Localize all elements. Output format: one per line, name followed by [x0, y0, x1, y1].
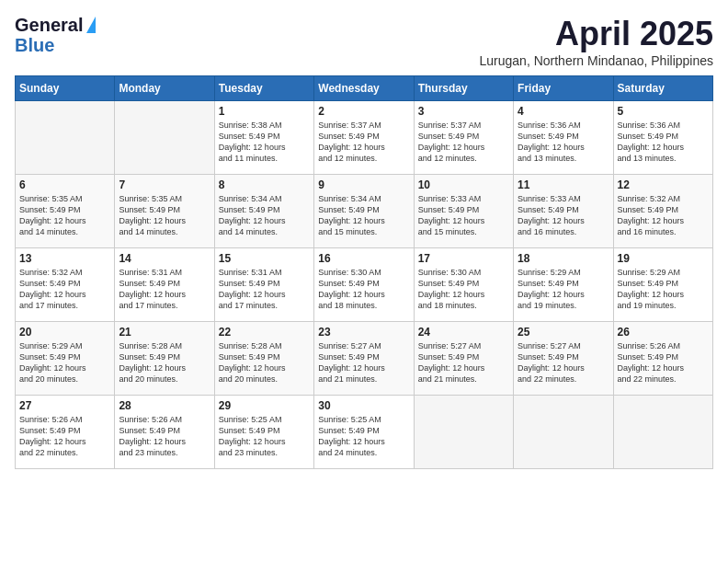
day-number: 25 — [518, 326, 609, 339]
logo-general-text: General — [15, 15, 83, 35]
day-number: 23 — [318, 326, 409, 339]
day-number: 3 — [418, 105, 509, 118]
calendar-cell: 23Sunrise: 5:27 AM Sunset: 5:49 PM Dayli… — [314, 322, 414, 396]
weekday-header: Friday — [514, 76, 613, 101]
calendar-cell: 30Sunrise: 5:25 AM Sunset: 5:49 PM Dayli… — [314, 396, 414, 469]
calendar-cell — [514, 396, 613, 469]
day-number: 7 — [119, 178, 210, 191]
calendar-cell: 9Sunrise: 5:34 AM Sunset: 5:49 PM Daylig… — [314, 175, 414, 248]
logo-triangle-icon — [86, 17, 96, 33]
day-number: 20 — [19, 326, 110, 339]
calendar-cell: 18Sunrise: 5:29 AM Sunset: 5:49 PM Dayli… — [514, 248, 613, 322]
calendar-cell: 2Sunrise: 5:37 AM Sunset: 5:49 PM Daylig… — [314, 101, 414, 175]
day-info: Sunrise: 5:34 AM Sunset: 5:49 PM Dayligh… — [318, 193, 409, 238]
month-title: April 2025 — [480, 15, 714, 53]
calendar-cell: 15Sunrise: 5:31 AM Sunset: 5:49 PM Dayli… — [214, 248, 313, 322]
calendar-cell: 8Sunrise: 5:34 AM Sunset: 5:49 PM Daylig… — [214, 175, 313, 248]
logo-blue-text: Blue — [15, 35, 54, 55]
day-info: Sunrise: 5:29 AM Sunset: 5:49 PM Dayligh… — [518, 267, 609, 312]
day-number: 8 — [219, 178, 310, 191]
calendar-week-row: 1Sunrise: 5:38 AM Sunset: 5:49 PM Daylig… — [16, 101, 713, 175]
day-number: 6 — [19, 178, 110, 191]
day-number: 9 — [318, 178, 409, 191]
day-number: 26 — [618, 326, 709, 339]
day-info: Sunrise: 5:37 AM Sunset: 5:49 PM Dayligh… — [318, 120, 409, 165]
day-info: Sunrise: 5:31 AM Sunset: 5:49 PM Dayligh… — [119, 267, 210, 312]
weekday-header: Sunday — [16, 76, 115, 101]
day-info: Sunrise: 5:29 AM Sunset: 5:49 PM Dayligh… — [19, 340, 110, 385]
logo: General Blue — [15, 15, 96, 55]
day-info: Sunrise: 5:38 AM Sunset: 5:49 PM Dayligh… — [219, 120, 310, 165]
day-info: Sunrise: 5:30 AM Sunset: 5:49 PM Dayligh… — [318, 267, 409, 312]
calendar-cell — [414, 396, 513, 469]
calendar-cell: 24Sunrise: 5:27 AM Sunset: 5:49 PM Dayli… — [414, 322, 513, 396]
calendar-cell — [16, 101, 115, 175]
day-info: Sunrise: 5:36 AM Sunset: 5:49 PM Dayligh… — [618, 120, 709, 165]
day-number: 10 — [418, 178, 509, 191]
calendar-cell: 11Sunrise: 5:33 AM Sunset: 5:49 PM Dayli… — [514, 175, 613, 248]
day-info: Sunrise: 5:26 AM Sunset: 5:49 PM Dayligh… — [19, 414, 110, 459]
day-info: Sunrise: 5:37 AM Sunset: 5:49 PM Dayligh… — [418, 120, 509, 165]
day-number: 19 — [618, 252, 709, 265]
calendar-cell: 25Sunrise: 5:27 AM Sunset: 5:49 PM Dayli… — [514, 322, 613, 396]
calendar-cell — [613, 396, 712, 469]
title-area: April 2025 Lurugan, Northern Mindanao, P… — [480, 15, 714, 68]
day-number: 5 — [618, 105, 709, 118]
day-number: 30 — [318, 399, 409, 412]
calendar-week-row: 13Sunrise: 5:32 AM Sunset: 5:49 PM Dayli… — [16, 248, 713, 322]
day-info: Sunrise: 5:33 AM Sunset: 5:49 PM Dayligh… — [518, 193, 609, 238]
day-number: 13 — [19, 252, 110, 265]
day-number: 29 — [219, 399, 310, 412]
day-number: 27 — [19, 399, 110, 412]
calendar-cell: 21Sunrise: 5:28 AM Sunset: 5:49 PM Dayli… — [115, 322, 214, 396]
day-info: Sunrise: 5:32 AM Sunset: 5:49 PM Dayligh… — [19, 267, 110, 312]
day-info: Sunrise: 5:28 AM Sunset: 5:49 PM Dayligh… — [119, 340, 210, 385]
calendar-week-row: 20Sunrise: 5:29 AM Sunset: 5:49 PM Dayli… — [16, 322, 713, 396]
day-number: 12 — [618, 178, 709, 191]
calendar-cell: 28Sunrise: 5:26 AM Sunset: 5:49 PM Dayli… — [115, 396, 214, 469]
day-number: 28 — [119, 399, 210, 412]
calendar-cell: 26Sunrise: 5:26 AM Sunset: 5:49 PM Dayli… — [613, 322, 712, 396]
calendar-cell — [115, 101, 214, 175]
day-number: 18 — [518, 252, 609, 265]
day-number: 14 — [119, 252, 210, 265]
calendar-week-row: 27Sunrise: 5:26 AM Sunset: 5:49 PM Dayli… — [16, 396, 713, 469]
day-info: Sunrise: 5:33 AM Sunset: 5:49 PM Dayligh… — [418, 193, 509, 238]
calendar-cell: 17Sunrise: 5:30 AM Sunset: 5:49 PM Dayli… — [414, 248, 513, 322]
calendar-week-row: 6Sunrise: 5:35 AM Sunset: 5:49 PM Daylig… — [16, 175, 713, 248]
day-info: Sunrise: 5:25 AM Sunset: 5:49 PM Dayligh… — [219, 414, 310, 459]
day-number: 15 — [219, 252, 310, 265]
day-number: 1 — [219, 105, 310, 118]
calendar-cell: 3Sunrise: 5:37 AM Sunset: 5:49 PM Daylig… — [414, 101, 513, 175]
calendar-cell: 1Sunrise: 5:38 AM Sunset: 5:49 PM Daylig… — [214, 101, 313, 175]
day-info: Sunrise: 5:32 AM Sunset: 5:49 PM Dayligh… — [618, 193, 709, 238]
calendar-cell: 4Sunrise: 5:36 AM Sunset: 5:49 PM Daylig… — [514, 101, 613, 175]
day-info: Sunrise: 5:30 AM Sunset: 5:49 PM Dayligh… — [418, 267, 509, 312]
calendar-cell: 7Sunrise: 5:35 AM Sunset: 5:49 PM Daylig… — [115, 175, 214, 248]
calendar-cell: 19Sunrise: 5:29 AM Sunset: 5:49 PM Dayli… — [613, 248, 712, 322]
weekday-header: Saturday — [613, 76, 712, 101]
day-info: Sunrise: 5:26 AM Sunset: 5:49 PM Dayligh… — [618, 340, 709, 385]
day-info: Sunrise: 5:28 AM Sunset: 5:49 PM Dayligh… — [219, 340, 310, 385]
calendar-table: SundayMondayTuesdayWednesdayThursdayFrid… — [15, 75, 713, 469]
day-number: 17 — [418, 252, 509, 265]
calendar-header: SundayMondayTuesdayWednesdayThursdayFrid… — [16, 76, 713, 101]
calendar-cell: 6Sunrise: 5:35 AM Sunset: 5:49 PM Daylig… — [16, 175, 115, 248]
weekday-header: Thursday — [414, 76, 513, 101]
calendar-body: 1Sunrise: 5:38 AM Sunset: 5:49 PM Daylig… — [16, 101, 713, 469]
day-info: Sunrise: 5:35 AM Sunset: 5:49 PM Dayligh… — [119, 193, 210, 238]
calendar-cell: 14Sunrise: 5:31 AM Sunset: 5:49 PM Dayli… — [115, 248, 214, 322]
day-info: Sunrise: 5:25 AM Sunset: 5:49 PM Dayligh… — [318, 414, 409, 459]
calendar-cell: 13Sunrise: 5:32 AM Sunset: 5:49 PM Dayli… — [16, 248, 115, 322]
calendar-cell: 27Sunrise: 5:26 AM Sunset: 5:49 PM Dayli… — [16, 396, 115, 469]
weekday-header: Monday — [115, 76, 214, 101]
day-info: Sunrise: 5:27 AM Sunset: 5:49 PM Dayligh… — [318, 340, 409, 385]
calendar-cell: 22Sunrise: 5:28 AM Sunset: 5:49 PM Dayli… — [214, 322, 313, 396]
day-number: 16 — [318, 252, 409, 265]
day-info: Sunrise: 5:29 AM Sunset: 5:49 PM Dayligh… — [618, 267, 709, 312]
day-info: Sunrise: 5:26 AM Sunset: 5:49 PM Dayligh… — [119, 414, 210, 459]
weekday-header: Wednesday — [314, 76, 414, 101]
day-number: 4 — [518, 105, 609, 118]
calendar-cell: 20Sunrise: 5:29 AM Sunset: 5:49 PM Dayli… — [16, 322, 115, 396]
day-number: 2 — [318, 105, 409, 118]
